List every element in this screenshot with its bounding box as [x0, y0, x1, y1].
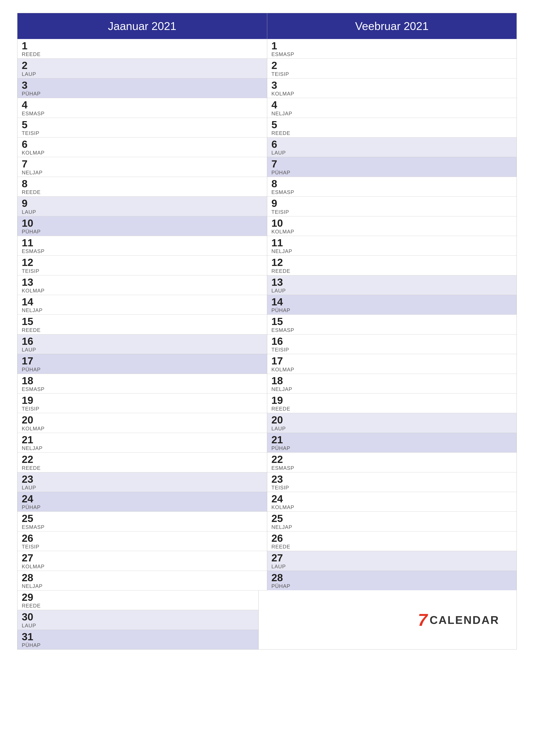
day-name: REEDE	[22, 327, 263, 333]
day-row: 10PÜHAP	[17, 216, 267, 236]
day-cell: 8REEDE	[17, 177, 267, 196]
day-cell: 22REEDE	[17, 452, 267, 472]
day-number: 2	[271, 60, 513, 71]
day-row: 14PÜHAP	[267, 295, 517, 315]
january-extra: 29REEDE30LAUP31PÜHAP	[17, 590, 259, 649]
day-cell: 25ESMASP	[17, 512, 267, 531]
day-cell: 6LAUP	[267, 138, 517, 157]
day-name: TEISIP	[271, 71, 513, 77]
day-name: REEDE	[22, 465, 263, 471]
day-name: ESMASP	[271, 327, 513, 333]
day-number: 8	[22, 178, 263, 189]
day-name: PÜHAP	[22, 91, 263, 97]
day-name: REEDE	[271, 268, 513, 274]
day-number: 11	[22, 237, 263, 248]
day-name: KOLMAP	[271, 91, 513, 97]
day-number: 4	[22, 99, 263, 110]
day-number: 27	[22, 553, 263, 563]
day-number: 7	[22, 159, 263, 169]
day-number: 25	[22, 513, 263, 524]
day-number: 2	[22, 60, 263, 71]
day-number: 10	[22, 218, 263, 229]
day-cell: 24PÜHAP	[17, 492, 267, 511]
day-cell: 11ESMASP	[17, 236, 267, 256]
day-cell: 4ESMASP	[17, 98, 267, 118]
day-number: 22	[271, 454, 513, 465]
day-cell: 5TEISIP	[17, 118, 267, 137]
day-row: 28NELJAP	[17, 571, 267, 590]
day-name: LAUP	[271, 426, 513, 432]
day-row: 4NELJAP	[267, 98, 517, 118]
day-row: 6KOLMAP	[17, 138, 267, 157]
day-cell: 19REEDE	[267, 393, 517, 413]
day-number: 5	[271, 120, 513, 130]
day-cell: 3PÜHAP	[17, 78, 267, 98]
day-row: 27LAUP	[267, 551, 517, 571]
day-number: 25	[271, 513, 513, 524]
day-row: 7NELJAP	[17, 157, 267, 177]
day-row: 5REEDE	[267, 118, 517, 138]
day-row: 8REEDE	[17, 177, 267, 197]
day-row: 19REEDE	[267, 393, 517, 413]
day-cell: 25NELJAP	[267, 512, 517, 531]
day-cell: 21NELJAP	[17, 433, 267, 452]
day-name: REEDE	[271, 406, 513, 412]
day-number: 17	[22, 356, 263, 366]
day-row: 23LAUP	[17, 472, 267, 492]
day-name: KOLMAP	[271, 229, 513, 235]
day-number: 16	[22, 336, 263, 347]
day-number: 6	[22, 139, 263, 150]
day-cell: 6KOLMAP	[17, 138, 267, 157]
day-row: 21PÜHAP	[267, 433, 517, 452]
day-name: REEDE	[22, 51, 263, 57]
logo-section: 7 CALENDAR	[259, 590, 517, 649]
day-row: 28PÜHAP	[267, 571, 517, 590]
day-cell: 7PÜHAP	[267, 157, 517, 176]
day-row: 18NELJAP	[267, 374, 517, 393]
day-number: 13	[271, 277, 513, 288]
day-row: 16TEISIP	[267, 335, 517, 354]
day-name: NELJAP	[22, 170, 263, 176]
day-number: 4	[271, 99, 513, 110]
day-number: 23	[22, 474, 263, 485]
day-cell: 23LAUP	[17, 472, 267, 492]
day-name: TEISIP	[22, 406, 263, 412]
day-cell: 26TEISIP	[17, 531, 267, 551]
day-row: 23TEISIP	[267, 472, 517, 492]
day-cell: 28PÜHAP	[267, 571, 517, 590]
day-row: 12REEDE	[267, 256, 517, 275]
day-number: 17	[271, 356, 513, 366]
day-number: 15	[271, 316, 513, 327]
day-row: 12TEISIP	[17, 256, 267, 275]
day-row: 19TEISIP	[17, 393, 267, 413]
calendar-wrapper: Jaanuar 2021 Veebruar 2021 1REEDE2LAUP3P…	[17, 13, 517, 650]
day-cell: 23TEISIP	[267, 472, 517, 492]
day-cell: 3KOLMAP	[267, 78, 517, 98]
day-row: 2LAUP	[17, 59, 267, 78]
day-number: 30	[22, 611, 254, 622]
day-name: PÜHAP	[22, 366, 263, 373]
day-row: 29REEDE	[17, 590, 258, 610]
day-name: TEISIP	[271, 347, 513, 353]
day-row: 17PÜHAP	[17, 354, 267, 374]
day-row: 24PÜHAP	[17, 492, 267, 512]
day-number: 21	[271, 434, 513, 445]
day-cell: 13LAUP	[267, 275, 517, 295]
day-row: 25ESMASP	[17, 512, 267, 531]
day-cell: 22ESMASP	[267, 452, 517, 472]
day-name: PÜHAP	[271, 307, 513, 313]
day-name: PÜHAP	[22, 229, 263, 235]
day-row: 26TEISIP	[17, 531, 267, 551]
logo-row: 29REEDE30LAUP31PÜHAP 7 CALENDAR	[17, 590, 517, 649]
day-name: LAUP	[271, 150, 513, 156]
day-cell: 18ESMASP	[17, 374, 267, 393]
day-number: 15	[22, 316, 263, 327]
day-row: 4ESMASP	[17, 98, 267, 118]
day-name: ESMASP	[22, 248, 263, 254]
day-cell: 27KOLMAP	[17, 551, 267, 570]
day-name: KOLMAP	[22, 426, 263, 432]
day-cell: 7NELJAP	[17, 157, 267, 176]
day-cell: 14NELJAP	[17, 295, 267, 314]
day-row: 8ESMASP	[267, 177, 517, 197]
day-name: KOLMAP	[22, 150, 263, 156]
